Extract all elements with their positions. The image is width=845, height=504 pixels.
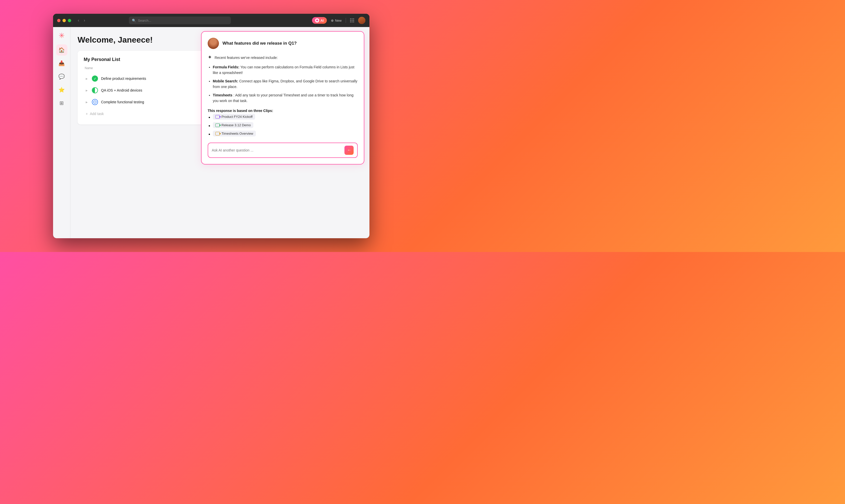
- add-task-label: Add task: [90, 112, 104, 116]
- task-chevron-icon: ▶: [86, 89, 89, 92]
- task-chevron-icon: ▶: [86, 77, 89, 80]
- sidebar-item-apps[interactable]: ⊞: [56, 97, 67, 109]
- plus-icon: +: [86, 112, 88, 116]
- feature-list: Formula Fields: You can now perform calc…: [208, 64, 358, 104]
- feature-name: Timesheets: [213, 93, 232, 97]
- apps-icon: ⊞: [59, 100, 64, 106]
- play-icon: [219, 133, 221, 135]
- sidebar-item-favorites[interactable]: ⭐: [56, 84, 67, 95]
- main-layout: ✳ 🏠 📥 💬 ⭐ ⊞ Welcome, Janeece! My Persona…: [53, 27, 370, 238]
- clip-name: Product FY24 Kickoff: [221, 115, 253, 119]
- forward-button[interactable]: ›: [82, 18, 87, 23]
- ai-panel: What features did we release in Q1? ✦ Re…: [201, 31, 364, 164]
- grid-dot: [353, 21, 354, 22]
- search-placeholder: Search...: [138, 19, 151, 22]
- sidebar: ✳ 🏠 📥 💬 ⭐ ⊞: [53, 27, 70, 238]
- ai-dot: [315, 18, 319, 22]
- grid-dot: [352, 21, 353, 22]
- play-icon: [219, 124, 221, 126]
- task-status-half-icon: [92, 87, 98, 93]
- separator: [346, 18, 346, 23]
- clip-name: Release 3.12 Demo: [221, 123, 251, 127]
- grid-dot: [353, 20, 354, 21]
- ai-button[interactable]: AI: [312, 17, 327, 24]
- response-intro: ✦ Recent features we've released include…: [208, 53, 358, 61]
- user-avatar-large: [208, 38, 219, 49]
- grid-dot: [352, 18, 353, 19]
- app-logo: ✳: [57, 31, 66, 40]
- task-status-done-icon: ✓: [92, 75, 98, 82]
- nav-arrows: ‹ ›: [76, 18, 87, 23]
- clips-section: This response is based on three Clips: P…: [208, 108, 358, 137]
- inbox-icon: 📥: [58, 60, 65, 66]
- ai-label: AI: [321, 19, 324, 22]
- titlebar: ‹ › 🔍 Search... AI ⊕ New: [53, 14, 370, 27]
- clip-badge[interactable]: Timesheets Overview: [213, 131, 256, 137]
- maximize-button[interactable]: [68, 19, 71, 22]
- messages-icon: 💬: [58, 73, 65, 79]
- video-icon-green: [215, 123, 220, 127]
- feature-desc: : Add any task to your personal Timeshee…: [213, 93, 353, 103]
- traffic-lights: [57, 19, 71, 22]
- clips-header: This response is based on three Clips:: [208, 109, 358, 113]
- ai-input-row[interactable]: ↑: [208, 143, 358, 158]
- task-chevron-icon: ▶: [86, 101, 89, 104]
- video-icon-purple: [215, 115, 220, 119]
- logo-icon: ✳: [59, 32, 65, 39]
- new-button[interactable]: ⊕ New: [331, 19, 342, 22]
- home-icon: 🏠: [58, 47, 65, 53]
- feature-name: Mobile Search:: [213, 79, 238, 83]
- feature-item: Formula Fields: You can now perform calc…: [213, 64, 358, 76]
- sidebar-item-home[interactable]: 🏠: [56, 44, 67, 56]
- clip-item: Product FY24 Kickoff: [213, 114, 358, 120]
- clip-name: Timesheets Overview: [221, 132, 253, 136]
- clip-list: Product FY24 Kickoff Release 3.12 Demo: [208, 114, 358, 137]
- play-icon: [219, 116, 221, 118]
- ai-response: ✦ Recent features we've released include…: [208, 53, 358, 104]
- avatar-image: [358, 17, 365, 24]
- ai-question: What features did we release in Q1?: [222, 41, 297, 46]
- sparkle-icon: ✦: [208, 54, 212, 60]
- minimize-button[interactable]: [62, 19, 66, 22]
- task-status-progress-icon: [92, 99, 98, 105]
- feature-item: Timesheets : Add any task to your person…: [213, 92, 358, 104]
- ai-dot-inner: [316, 19, 318, 21]
- clip-item: Release 3.12 Demo: [213, 122, 358, 128]
- user-avatar[interactable]: [358, 17, 365, 24]
- plus-icon: ⊕: [331, 19, 334, 22]
- new-label: New: [335, 19, 342, 22]
- grid-dot: [350, 20, 351, 21]
- ai-question-input[interactable]: [212, 148, 342, 152]
- ai-send-button[interactable]: ↑: [344, 146, 354, 155]
- close-button[interactable]: [57, 19, 60, 22]
- grid-dot: [352, 20, 353, 21]
- sidebar-item-messages[interactable]: 💬: [56, 71, 67, 82]
- app-window: ‹ › 🔍 Search... AI ⊕ New: [53, 14, 370, 238]
- grid-dot: [353, 18, 354, 19]
- search-icon: 🔍: [132, 19, 136, 22]
- feature-item: Mobile Search: Connect apps like Figma, …: [213, 78, 358, 90]
- ai-question-header: What features did we release in Q1?: [208, 38, 358, 49]
- send-arrow-icon: ↑: [347, 149, 351, 151]
- search-bar[interactable]: 🔍 Search...: [129, 17, 231, 24]
- clip-item: Timesheets Overview: [213, 131, 358, 137]
- grid-icon[interactable]: [350, 18, 354, 22]
- favorites-icon: ⭐: [58, 87, 65, 93]
- clip-badge[interactable]: Release 3.12 Demo: [213, 122, 253, 128]
- titlebar-right: AI ⊕ New: [312, 17, 365, 24]
- main-content: Welcome, Janeece! My Personal List Name …: [70, 27, 370, 238]
- video-icon-yellow: [215, 132, 220, 136]
- back-button[interactable]: ‹: [76, 18, 80, 23]
- avatar-face: [208, 38, 219, 49]
- grid-dot: [350, 18, 351, 19]
- checkmark-icon: ✓: [94, 77, 96, 80]
- sidebar-item-inbox[interactable]: 📥: [56, 58, 67, 69]
- grid-dot: [350, 21, 351, 22]
- clip-badge[interactable]: Product FY24 Kickoff: [213, 114, 255, 120]
- feature-name: Formula Fields:: [213, 65, 239, 69]
